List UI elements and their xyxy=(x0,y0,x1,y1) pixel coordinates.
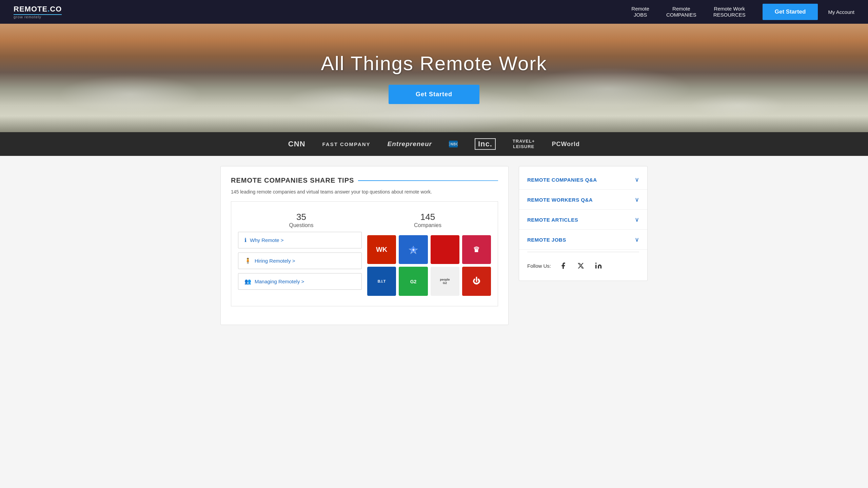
follow-label: Follow Us: xyxy=(527,263,551,269)
hero-clouds xyxy=(0,24,868,132)
logo[interactable]: REMOTE.CO grow remotely xyxy=(14,5,62,19)
questions-and-companies: ℹ Why Remote > 🧍 Hiring Remotely > 👥 Man… xyxy=(238,232,491,299)
hero-get-started-button[interactable]: Get Started xyxy=(389,85,479,104)
site-header: REMOTE.CO grow remotely RemoteRemote JOB… xyxy=(0,0,868,24)
header-get-started-button[interactable]: Get Started xyxy=(763,4,818,20)
hero-section: All Things Remote Work Get Started xyxy=(0,24,868,132)
press-cnn: CNN xyxy=(288,140,305,148)
sidebar-remote-articles[interactable]: REMOTE ARTICLES ∨ xyxy=(519,210,647,230)
right-sidebar: REMOTE COMPANIES Q&A ∨ REMOTE WORKERS Q&… xyxy=(519,166,648,281)
chevron-down-icon-2: ∨ xyxy=(635,196,639,203)
stats-row: 35 Questions 145 Companies xyxy=(238,208,491,232)
press-travel-leisure: TRAVEL+LEISURE xyxy=(513,139,535,149)
questions-list: ℹ Why Remote > 🧍 Hiring Remotely > 👥 Man… xyxy=(238,232,362,299)
twitter-x-icon[interactable] xyxy=(575,260,586,271)
company-logo-1[interactable]: WK xyxy=(367,235,396,264)
stats-box: 35 Questions 145 Companies ℹ Why Remote … xyxy=(231,201,498,306)
company-logo-8[interactable]: ⏻ xyxy=(462,267,491,296)
press-inc: Inc. xyxy=(475,138,496,150)
press-bar: CNN FAST COMPANY Entrepreneur CNBC Inc. … xyxy=(0,132,868,156)
managing-remotely-link[interactable]: Managing Remotely > xyxy=(255,279,304,284)
company-logo-5[interactable]: B.I.T xyxy=(367,267,396,296)
chevron-down-icon-3: ∨ xyxy=(635,216,639,223)
section-description: 145 leading remote companies and virtual… xyxy=(231,189,498,195)
question-hiring-remotely[interactable]: 🧍 Hiring Remotely > xyxy=(238,252,362,269)
facebook-icon[interactable] xyxy=(558,260,569,271)
nav-remote-resources[interactable]: Remote WorkRESOURCES xyxy=(707,3,752,21)
chevron-down-icon: ∨ xyxy=(635,176,639,183)
chevron-down-icon-4: ∨ xyxy=(635,236,639,243)
section-title: REMOTE COMPANIES SHARE TIPS xyxy=(231,177,498,184)
stat-companies-number: 145 xyxy=(368,212,488,222)
linkedin-icon[interactable] xyxy=(593,260,604,271)
press-fast-company: FAST COMPANY xyxy=(322,141,371,147)
stat-questions: 35 Questions xyxy=(238,208,364,232)
why-remote-link[interactable]: Why Remote > xyxy=(250,237,284,243)
stat-companies: 145 Companies xyxy=(364,208,491,232)
company-logo-7[interactable]: peopleG2 xyxy=(431,267,459,296)
person-icon: 🧍 xyxy=(244,258,251,264)
sidebar-remote-companies-qa[interactable]: REMOTE COMPANIES Q&A ∨ xyxy=(519,170,647,190)
company-logos-grid: WK ✦ ♛ B.I.T G2 peopleG2 ⏻ xyxy=(367,232,491,299)
left-panel: REMOTE COMPANIES SHARE TIPS 145 leading … xyxy=(220,166,509,325)
press-entrepreneur: Entrepreneur xyxy=(388,140,432,148)
main-content: REMOTE COMPANIES SHARE TIPS 145 leading … xyxy=(197,156,671,335)
svg-text:CNBC: CNBC xyxy=(449,142,458,146)
company-logo-6[interactable]: G2 xyxy=(399,267,428,296)
press-pcworld: PCWorld xyxy=(552,141,580,148)
hero-title: All Things Remote Work xyxy=(321,52,547,75)
company-logo-2[interactable]: ✦ xyxy=(399,235,428,264)
nav-remote-companies[interactable]: RemoteCOMPANIES xyxy=(659,3,703,21)
main-nav: RemoteRemote JOBSJOBS RemoteCOMPANIES Re… xyxy=(625,3,854,21)
svg-point-7 xyxy=(595,263,597,264)
stat-companies-label: Companies xyxy=(368,222,488,228)
title-line xyxy=(358,180,498,181)
question-managing-remotely[interactable]: 👥 Managing Remotely > xyxy=(238,273,362,290)
sidebar-divider xyxy=(527,252,639,252)
svg-text:G2: G2 xyxy=(410,279,417,284)
follow-us-row: Follow Us: xyxy=(519,254,647,277)
question-why-remote[interactable]: ℹ Why Remote > xyxy=(238,232,362,248)
hiring-remotely-link[interactable]: Hiring Remotely > xyxy=(255,258,295,264)
stat-questions-label: Questions xyxy=(241,222,361,228)
company-grid: WK ✦ ♛ B.I.T G2 peopleG2 ⏻ xyxy=(367,232,491,299)
company-logo-3[interactable] xyxy=(431,235,459,264)
sidebar-remote-jobs[interactable]: REMOTE JOBS ∨ xyxy=(519,230,647,250)
info-icon: ℹ xyxy=(244,237,246,243)
logo-tagline: grow remotely xyxy=(14,15,62,19)
logo-text: REMOTE.CO xyxy=(14,5,62,14)
svg-text:✦: ✦ xyxy=(412,248,415,252)
group-icon: 👥 xyxy=(244,278,251,285)
stat-questions-number: 35 xyxy=(241,212,361,222)
sidebar-remote-workers-qa[interactable]: REMOTE WORKERS Q&A ∨ xyxy=(519,190,647,210)
press-cnbc: CNBC xyxy=(449,141,458,148)
my-account-link[interactable]: My Account xyxy=(828,9,854,15)
company-logo-4[interactable]: ♛ xyxy=(462,235,491,264)
nav-remote-jobs[interactable]: RemoteRemote JOBSJOBS xyxy=(625,3,656,21)
